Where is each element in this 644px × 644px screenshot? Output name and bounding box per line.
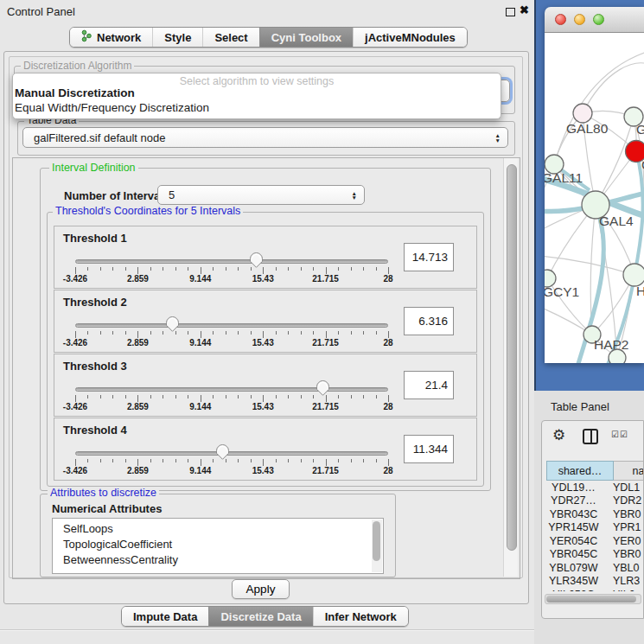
tick-mark — [163, 331, 163, 335]
table-row[interactable]: YBL079WYBL0 — [546, 561, 644, 575]
tab-label: Cyni Toolbox — [271, 31, 341, 44]
threshold-slider-thumb[interactable] — [316, 379, 330, 400]
slider-tick-labels: -3.4262.8599.14415.4321.71528 — [75, 338, 388, 348]
table-row[interactable]: YBR043CYBR0 — [546, 507, 644, 521]
table-row[interactable]: YDR27…YDR2 — [546, 494, 644, 508]
tick-mark — [338, 331, 339, 335]
list-scrollbar-thumb[interactable] — [373, 521, 380, 561]
threshold-slider-track[interactable] — [75, 259, 388, 264]
cell-name: YBR0 — [601, 548, 644, 560]
minimize-traffic-light-icon[interactable] — [574, 14, 585, 25]
tick-mark — [87, 395, 88, 399]
close-icon[interactable]: ✖ — [520, 3, 529, 16]
threshold-value-input[interactable]: 6.316 — [404, 307, 454, 335]
table-row[interactable]: YLR345WYLR3 — [546, 575, 644, 589]
list-scrollbar[interactable] — [372, 520, 382, 572]
tick-mark — [363, 331, 364, 335]
tick-mark — [137, 331, 138, 338]
tick-mark — [201, 395, 201, 402]
float-window-icon[interactable] — [506, 8, 515, 16]
column-header-shared-name[interactable]: shared… — [546, 461, 614, 481]
tick-mark — [351, 267, 352, 271]
threshold-slider-track[interactable] — [75, 387, 388, 392]
checkboxes-icon[interactable]: ☑☑ — [611, 430, 628, 439]
threshold-value-input[interactable]: 14.713 — [404, 243, 454, 271]
table-row[interactable]: YDL19…YDL1 — [546, 481, 644, 494]
apply-button[interactable]: Apply — [232, 579, 290, 599]
vertical-scrollbar[interactable] — [503, 158, 518, 577]
tick-mark — [112, 459, 113, 462]
tick-mark — [351, 395, 352, 399]
tick-label: 15.43 — [252, 466, 274, 475]
tab-select[interactable]: Select — [202, 28, 258, 47]
network-node-label: GAL80 — [566, 121, 609, 136]
cell-name: YPR1 — [601, 521, 644, 533]
table-data-combobox[interactable]: galFiltered.sif default node ▲▼ — [22, 127, 508, 148]
threshold-slider-thumb[interactable] — [215, 443, 230, 464]
horizontal-scrollbar[interactable] — [545, 594, 641, 604]
attribute-list-item[interactable]: TopologicalCoefficient — [53, 537, 383, 552]
tick-mark — [338, 459, 339, 462]
tick-label: 2.859 — [127, 338, 149, 348]
tick-label: 15.43 — [252, 274, 274, 284]
mode-tab-impute-data[interactable]: Impute Data — [122, 607, 208, 626]
horizontal-scrollbar-thumb[interactable] — [546, 596, 636, 603]
tick-mark — [251, 331, 252, 335]
tick-mark — [351, 331, 352, 335]
cell-name: YBL0 — [601, 562, 644, 574]
interval-definition-title: Interval Definition — [49, 163, 138, 174]
threshold-slider-thumb[interactable] — [165, 316, 180, 336]
tick-mark — [87, 459, 88, 462]
zoom-traffic-light-icon[interactable] — [593, 14, 604, 25]
table-row[interactable]: YER054CYER0 — [546, 534, 644, 548]
threshold-slider-track[interactable] — [75, 451, 388, 456]
attribute-list-item[interactable]: BetweennessCentrality — [53, 552, 383, 568]
tab-jactivemnodules[interactable]: jActiveMNodules — [353, 28, 467, 47]
tick-mark — [276, 395, 277, 399]
cell-shared-name: YBR043C — [546, 508, 601, 520]
tick-mark — [163, 267, 163, 271]
threshold-value-input[interactable]: 11.344 — [404, 435, 454, 463]
thresholds-group-title: Threshold's Coordinates for 5 Intervals — [53, 206, 243, 217]
gear-icon[interactable]: ⚙ — [552, 426, 565, 444]
tick-label: -3.426 — [63, 274, 87, 284]
tick-mark — [100, 267, 101, 271]
table-row[interactable]: YIL052CYIL0 — [546, 588, 644, 591]
tab-cyni-toolbox[interactable]: Cyni Toolbox — [259, 28, 353, 47]
tick-label: 28 — [383, 274, 392, 284]
network-window-titlebar[interactable] — [545, 7, 644, 33]
mode-tab-infer-network[interactable]: Infer Network — [313, 607, 408, 626]
tick-label: 2.859 — [127, 402, 149, 411]
close-traffic-light-icon[interactable] — [555, 14, 566, 25]
threshold-value-input[interactable]: 21.4 — [404, 371, 454, 399]
threshold-slider-track[interactable] — [75, 323, 388, 328]
tick-mark — [137, 395, 138, 402]
tab-network[interactable]: Network — [70, 28, 152, 47]
network-canvas[interactable]: GAL80GACGAL11GAL4GCY1HHAP2 — [545, 33, 644, 363]
algorithm-option[interactable]: Equal Width/Frequency Discretization — [15, 101, 209, 114]
numerical-attributes-label: Numerical Attributes — [52, 502, 162, 515]
num-intervals-combobox[interactable]: 5 ▲▼ — [157, 185, 365, 205]
threshold-slider-thumb[interactable] — [249, 252, 264, 272]
column-header-name[interactable]: na — [614, 461, 644, 481]
split-columns-icon[interactable] — [583, 429, 598, 444]
attributes-listbox[interactable]: SelfLoopsTopologicalCoefficientBetweenne… — [52, 518, 384, 574]
table-row[interactable]: YPR145WYPR1 — [546, 521, 644, 535]
tick-mark — [112, 267, 113, 271]
network-node[interactable] — [573, 104, 592, 123]
tick-mark — [137, 459, 138, 466]
tab-style[interactable]: Style — [152, 28, 202, 47]
tick-label: 21.715 — [312, 402, 339, 411]
tick-label: 9.144 — [189, 402, 211, 411]
cell-name: YER0 — [601, 535, 644, 547]
attribute-list-item[interactable]: SelfLoops — [53, 521, 383, 537]
table-row[interactable]: YBR045CYBR0 — [546, 548, 644, 562]
mode-tab-discretize-data[interactable]: Discretize Data — [208, 607, 312, 626]
algorithm-option[interactable]: Manual Discretization — [15, 86, 135, 99]
tick-mark — [388, 267, 389, 274]
network-node[interactable] — [609, 349, 626, 363]
vertical-scrollbar-thumb[interactable] — [507, 164, 517, 551]
tick-mark — [87, 267, 88, 271]
combo-arrows-icon: ▲▼ — [352, 190, 357, 200]
tick-mark — [276, 267, 277, 271]
